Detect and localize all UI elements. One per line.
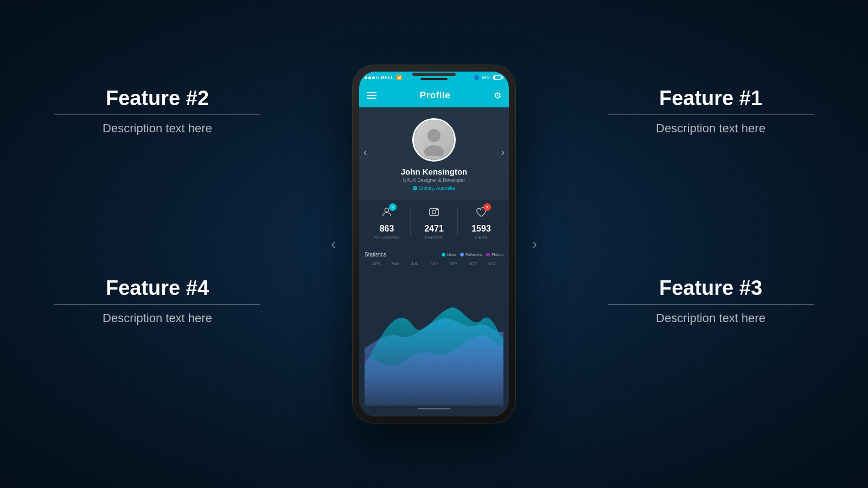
feature-4-title: Feature #4: [54, 277, 260, 300]
bluetooth-icon: 🔵: [474, 75, 479, 80]
followers-icon-wrap: 4: [381, 206, 393, 221]
chart-section: Statistics Likes Followers Photos: [359, 246, 509, 416]
battery-fill: [494, 76, 495, 79]
avatar-silhouette: [418, 124, 450, 156]
legend-photos-dot: [486, 253, 490, 256]
profile-next-arrow[interactable]: ›: [501, 146, 505, 158]
legend-followers: Followers: [460, 253, 482, 256]
phone-device: BELL 📶 🔵 22%: [353, 65, 515, 423]
location-text: Sidney, Australia: [419, 185, 455, 191]
nav-title: Profile: [420, 90, 450, 101]
home-bar: [418, 408, 450, 409]
chart-title: Statistics: [365, 252, 386, 258]
feature-4-divider: [54, 304, 260, 305]
month-sep: SEP: [444, 262, 463, 266]
month-july: JULY: [424, 262, 443, 266]
location-icon: [413, 186, 417, 190]
feature-2-block: Feature #2 Description text here: [54, 87, 260, 136]
legend-photos-label: Photos: [492, 253, 503, 256]
likes-icon-wrap: 7: [475, 206, 487, 221]
status-left: BELL 📶: [365, 75, 402, 80]
carrier-name: BELL: [381, 75, 394, 80]
user-role: UI/UX Designer & Developer: [403, 177, 465, 183]
followers-label: FOLLOWERS: [374, 236, 400, 240]
followers-count: 863: [380, 224, 394, 234]
month-oct: OCT: [463, 262, 482, 266]
avatar: [412, 118, 456, 162]
wifi-icon: 📶: [396, 75, 402, 80]
photos-icon-wrap: [428, 206, 440, 221]
month-apr: APR: [367, 262, 386, 266]
phone-screen: BELL 📶 🔵 22%: [359, 72, 509, 416]
hamburger-line-3: [367, 98, 376, 99]
feature-1-block: Feature #1 Description text here: [608, 87, 814, 136]
feature-1-divider: [608, 114, 814, 115]
svg-point-4: [432, 210, 436, 214]
phone-next-arrow[interactable]: ›: [532, 235, 537, 253]
nav-bar: Profile ⚙: [359, 84, 509, 107]
legend-likes-label: Likes: [447, 253, 456, 256]
signal-dot-4: [376, 76, 379, 79]
photos-icon: [428, 208, 440, 220]
chart-svg: [365, 268, 503, 406]
svg-point-2: [385, 208, 388, 212]
battery-icon: [493, 75, 503, 80]
legend-followers-label: Followers: [465, 253, 482, 256]
legend-likes: Likes: [442, 253, 456, 256]
stat-followers[interactable]: 4 863 FOLLOWERS: [363, 206, 410, 240]
feature-3-desc: Description text here: [608, 311, 814, 325]
home-indicator: [365, 406, 503, 411]
photos-label: PHOTOS: [425, 236, 443, 240]
chart-header: Statistics Likes Followers Photos: [365, 252, 503, 258]
feature-3-block: Feature #3 Description text here: [608, 277, 814, 325]
month-may: MAY: [386, 262, 405, 266]
settings-icon[interactable]: ⚙: [494, 91, 501, 101]
hamburger-line-2: [367, 95, 376, 96]
feature-2-desc: Description text here: [54, 121, 260, 136]
legend-photos: Photos: [486, 253, 503, 256]
phone-top-bar: [412, 73, 456, 76]
phone-wrapper: ‹ › BELL 📶 🔵 22%: [353, 65, 515, 423]
likes-count: 1593: [471, 224, 491, 234]
svg-point-0: [427, 129, 441, 142]
photos-count: 2471: [424, 224, 444, 234]
feature-1-desc: Description text here: [608, 121, 814, 136]
chart-area: [365, 268, 503, 406]
feature-1-title: Feature #1: [608, 87, 814, 110]
signal-dot-3: [372, 76, 375, 79]
likes-label: LIKES: [475, 236, 487, 240]
signal-dot-1: [365, 76, 367, 79]
user-name: John Kensington: [401, 167, 468, 176]
profile-section: ‹ › John Kensington UI/UX Designer & Dev…: [359, 107, 509, 199]
svg-point-5: [437, 209, 438, 210]
feature-3-title: Feature #3: [608, 277, 814, 300]
battery-body: [493, 75, 502, 80]
chart-legend: Likes Followers Photos: [442, 253, 503, 256]
followers-badge: 4: [389, 203, 397, 211]
chart-months: APR MAY JUN JULY SEP OCT NOV: [365, 262, 503, 266]
stats-section: 4 863 FOLLOWERS: [359, 199, 509, 246]
signal-dot-2: [368, 76, 371, 79]
hamburger-button[interactable]: [367, 92, 376, 99]
stat-likes[interactable]: 7 1593 LIKES: [458, 206, 505, 240]
stat-photos[interactable]: 2471 PHOTOS: [411, 206, 457, 240]
likes-badge: 7: [483, 203, 491, 211]
month-jun: JUN: [405, 262, 424, 266]
feature-4-block: Feature #4 Description text here: [54, 277, 260, 325]
legend-followers-dot: [460, 253, 464, 256]
feature-2-divider: [54, 114, 260, 115]
feature-4-desc: Description text here: [54, 311, 260, 325]
legend-likes-dot: [442, 253, 445, 256]
battery-tip: [502, 76, 503, 79]
svg-point-1: [424, 145, 444, 156]
battery-percent: 22%: [482, 75, 490, 80]
feature-2-title: Feature #2: [54, 87, 260, 110]
profile-prev-arrow[interactable]: ‹: [363, 146, 367, 158]
feature-3-divider: [608, 304, 814, 305]
phone-prev-arrow[interactable]: ‹: [331, 235, 336, 253]
user-location: Sidney, Australia: [413, 185, 455, 191]
signal-dots: [365, 76, 379, 79]
month-nov: NOV: [482, 262, 501, 266]
avatar-placeholder: [414, 120, 454, 160]
phone-speaker: [420, 78, 448, 80]
